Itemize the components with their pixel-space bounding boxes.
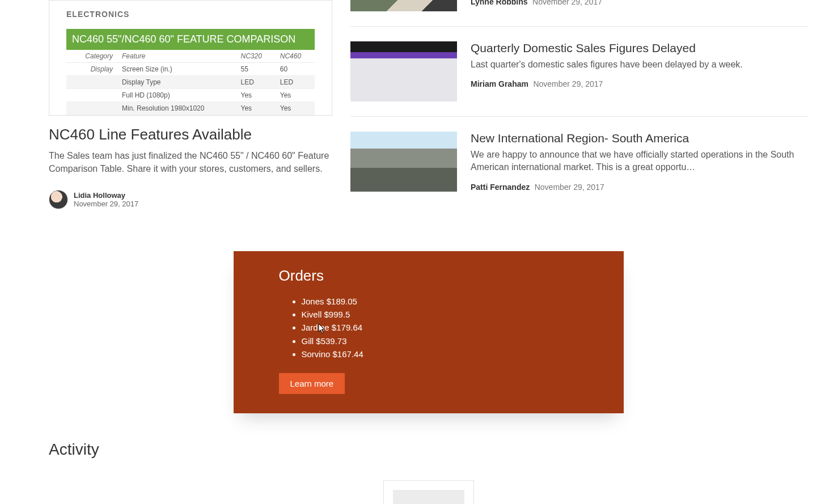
news-item[interactable]: New International Region- South America … <box>350 132 808 207</box>
table-row: Display Type LED LED <box>66 76 315 89</box>
news-date: November 29, 2017 <box>532 0 602 6</box>
feature-article: ELECTRONICS NC460 55"/NC460 60" FEATURE … <box>49 0 332 209</box>
learn-more-button[interactable]: Learn more <box>279 373 345 394</box>
table-row: Display Screen Size (in.) 55 60 <box>66 63 315 76</box>
news-item[interactable]: Lynne Robbins November 29, 2017 <box>350 0 808 27</box>
orders-item: Jardine $179.64 <box>302 321 578 334</box>
news-author: Patti Fernandez <box>471 183 530 192</box>
news-date: November 29, 2017 <box>533 79 603 88</box>
orders-item: Gill $539.73 <box>302 334 578 348</box>
section-label: ELECTRONICS <box>66 10 315 19</box>
avatar <box>49 190 68 209</box>
feature-author: Lidia Holloway November 29, 2017 <box>49 190 332 209</box>
table-header: NC460 <box>276 50 315 63</box>
table-row: Full HD (1080p) Yes Yes <box>66 89 315 102</box>
news-date: November 29, 2017 <box>535 183 604 192</box>
activity-heading: Activity <box>49 441 808 459</box>
orders-item: Kivell $999.5 <box>302 308 578 321</box>
table-header: NC320 <box>236 50 276 63</box>
orders-list: Jones $189.05 Kivell $999.5 Jardine $179… <box>279 295 578 361</box>
news-thumbnail <box>350 0 457 11</box>
news-author: Miriam Graham <box>471 79 528 88</box>
orders-item: Sorvino $167.44 <box>302 348 578 361</box>
news-thumbnail <box>350 41 457 101</box>
feature-card[interactable]: ELECTRONICS NC460 55"/NC460 60" FEATURE … <box>49 0 332 116</box>
comparison-title-bar: NC460 55"/NC460 60" FEATURE COMPARISON <box>66 29 315 50</box>
feature-article-description: The Sales team has just finalized the NC… <box>49 149 332 175</box>
author-date: November 29, 2017 <box>74 200 138 208</box>
author-name: Lidia Holloway <box>74 191 138 200</box>
comparison-table: Category Feature NC320 NC460 Display Scr… <box>66 50 315 115</box>
table-header: Category <box>66 50 117 63</box>
table-row: Min. Resolution 1980x1020 Yes Yes <box>66 102 315 115</box>
feature-article-title[interactable]: NC460 Line Features Available <box>49 126 332 143</box>
news-description: Last quarter's domestic sales figures ha… <box>471 58 808 71</box>
news-description: We are happy to announce that we have of… <box>471 149 808 174</box>
news-item[interactable]: Quarterly Domestic Sales Figures Delayed… <box>350 41 808 117</box>
orders-item: Jones $189.05 <box>302 295 578 308</box>
news-author: Lynne Robbins <box>471 0 528 6</box>
news-title: Quarterly Domestic Sales Figures Delayed <box>471 41 808 55</box>
news-thumbnail <box>350 132 457 192</box>
activity-placeholder-card <box>383 480 474 504</box>
orders-panel: Orders Jones $189.05 Kivell $999.5 Jardi… <box>234 251 624 413</box>
placeholder-image-icon <box>393 490 464 504</box>
table-header: Feature <box>117 50 236 63</box>
orders-heading: Orders <box>279 267 578 285</box>
news-list: Lynne Robbins November 29, 2017 Quarterl… <box>350 0 808 222</box>
news-title: New International Region- South America <box>471 132 808 145</box>
